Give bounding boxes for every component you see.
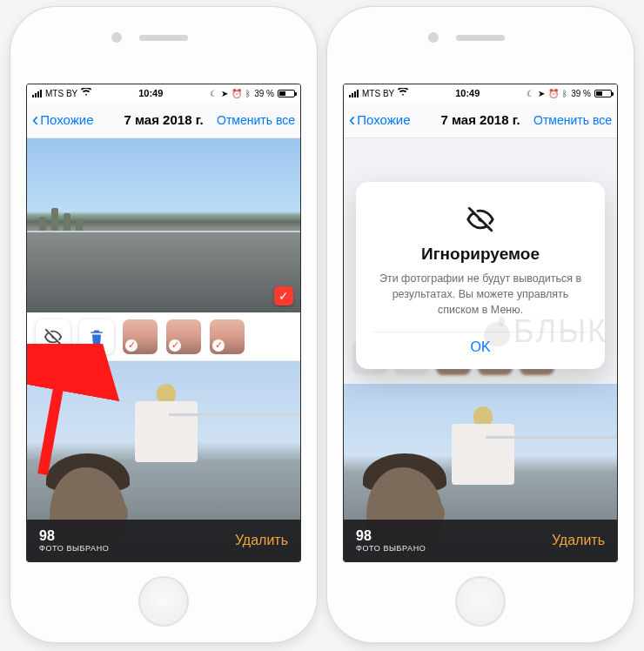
carrier-label: MTS BY [45,89,77,98]
signal-icon [32,90,42,97]
nav-title: 7 мая 2018 г. [433,112,528,127]
nav-title: 7 мая 2018 г. [116,112,211,127]
selection-footer: 98 ФОТО ВЫБРАНО Удалить [344,520,617,561]
front-camera [428,32,439,43]
phone-frame-right: MTS BY 10:49 ☾ ➤ ⏰ ᛒ 39 % [327,7,634,642]
hide-button[interactable] [36,319,70,354]
check-icon: ✓ [125,339,138,352]
selected-count-label: ФОТО ВЫБРАНО [356,544,552,553]
selected-photo-preview[interactable]: ✓ [27,138,300,312]
battery-icon [278,90,295,97]
trash-button[interactable] [79,319,114,354]
cancel-all-button[interactable]: Отменить все [528,113,612,127]
nav-bar: ‹ Похожие 7 мая 2018 г. Отменить все [27,102,300,138]
back-label: Похожие [357,112,410,127]
chevron-left-icon: ‹ [32,111,38,130]
carrier-label: MTS BY [362,89,394,98]
thumbnail[interactable]: ✓ [123,319,158,354]
actions-and-thumbs: ✓ ✓ ✓ [27,312,300,361]
photo-decoration [486,436,617,439]
content-area: 98 ФОТО ВЫБРАНО Удалить Игнорируемое Эти… [344,138,617,561]
thumbnail[interactable]: ✓ [166,319,201,354]
location-icon: ➤ [538,89,545,98]
back-button[interactable]: ‹ Похожие [32,111,116,130]
modal-ok-button[interactable]: OK [372,332,589,357]
bluetooth-icon: ᛒ [562,89,567,98]
signal-icon [349,90,359,97]
photo-decoration [27,231,300,232]
content-area: ✓ ✓ ✓ ✓ [27,138,300,561]
bluetooth-icon: ᛒ [245,89,251,98]
battery-text: 39 % [254,89,274,98]
status-bar: MTS BY 10:49 ☾ ➤ ⏰ ᛒ 39 % [27,84,300,102]
dnd-icon: ☾ [210,89,218,98]
modal-body: Эти фотографии не будут выводиться в рез… [372,271,589,318]
alarm-icon: ⏰ [548,89,559,98]
check-icon: ✓ [212,339,225,352]
next-group-photo[interactable]: 98 ФОТО ВЫБРАНО Удалить [27,361,300,561]
clock: 10:49 [408,88,527,98]
selected-count-label: ФОТО ВЫБРАНО [39,544,235,553]
status-bar: MTS BY 10:49 ☾ ➤ ⏰ ᛒ 39 % [344,84,617,102]
wifi-icon [398,88,408,98]
speaker-grill [456,35,505,41]
home-button[interactable] [455,576,506,627]
photo-decoration [27,206,300,232]
selected-count: 98 [39,528,235,544]
screen-left: MTS BY 10:49 ☾ ➤ ⏰ ᛒ 39 % [26,84,301,562]
modal-title: Игнорируемое [372,245,589,264]
selection-footer: 98 ФОТО ВЫБРАНО Удалить [27,520,300,561]
check-icon: ✓ [169,339,181,352]
location-icon: ➤ [221,89,228,98]
battery-text: 39 % [571,89,591,98]
back-button[interactable]: ‹ Похожие [349,111,433,130]
alarm-icon: ⏰ [231,89,242,98]
front-camera [111,32,122,43]
hide-icon [466,205,495,234]
thumbnail[interactable]: ✓ [210,319,245,354]
phone-frame-left: MTS BY 10:49 ☾ ➤ ⏰ ᛒ 39 % [10,7,317,642]
selected-count: 98 [356,528,552,544]
cancel-all-button[interactable]: Отменить все [211,113,295,127]
home-button[interactable] [138,576,189,627]
trash-icon [88,328,105,346]
back-label: Похожие [40,112,93,127]
chevron-left-icon: ‹ [349,111,355,130]
delete-button[interactable]: Удалить [235,533,288,548]
photo-decoration [169,413,300,416]
speaker-grill [139,35,188,41]
screen-right: MTS BY 10:49 ☾ ➤ ⏰ ᛒ 39 % [343,84,618,562]
battery-icon [594,90,612,97]
selected-check-icon[interactable]: ✓ [274,286,293,305]
clock: 10:49 [91,88,210,98]
next-group-photo: 98 ФОТО ВЫБРАНО Удалить [344,384,617,561]
delete-button[interactable]: Удалить [552,533,605,548]
wifi-icon [81,88,91,98]
hide-icon [44,327,63,346]
dnd-icon: ☾ [527,89,534,98]
ignored-modal: Игнорируемое Эти фотографии не будут выв… [356,182,605,369]
nav-bar: ‹ Похожие 7 мая 2018 г. Отменить все [344,102,617,138]
